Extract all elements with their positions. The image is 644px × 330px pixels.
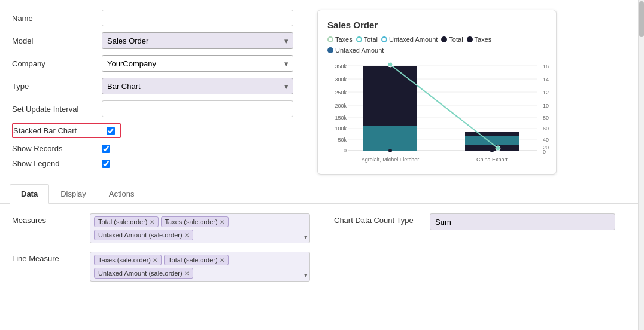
- tab-display[interactable]: Display: [49, 184, 98, 203]
- model-field-wrapper: Sales Order: [102, 32, 305, 49]
- show-legend-checkbox[interactable]: [102, 160, 110, 168]
- type-field-wrapper: Bar Chart: [102, 78, 305, 94]
- scrollbar-thumb[interactable]: [639, 1, 644, 37]
- legend-total-outline-dot: [356, 36, 362, 42]
- legend-taxes-outline-label: Taxes: [335, 36, 353, 43]
- show-legend-label: Show Legend: [12, 159, 102, 168]
- measures-tag-untaxed-remove[interactable]: ✕: [184, 232, 189, 239]
- top-section: Name Model Sales Order Company YourCom: [0, 0, 644, 175]
- svg-text:250k: 250k: [335, 90, 347, 96]
- company-row: Company YourCompany: [12, 55, 305, 72]
- model-select[interactable]: Sales Order: [102, 32, 293, 49]
- legend-taxes-outline: Taxes: [327, 36, 353, 43]
- line-measure-label: Line Measure: [12, 252, 90, 263]
- svg-text:140k: 140k: [543, 77, 549, 82]
- line-measure-tag-total-remove[interactable]: ✕: [220, 257, 224, 264]
- chart-area: 350k 300k 250k 200k 150k 100k 50k 0 160k…: [327, 60, 546, 164]
- type-select[interactable]: Bar Chart: [102, 78, 293, 94]
- type-label: Type: [12, 82, 102, 91]
- bottom-panel: Measures Total (sale.order) ✕ Taxes (sal…: [0, 204, 644, 300]
- line-measure-tag-taxes-remove[interactable]: ✕: [153, 257, 157, 264]
- legend-untaxed-outline: Untaxed Amount: [381, 36, 438, 43]
- company-select[interactable]: YourCompany: [102, 55, 293, 72]
- measures-tag-untaxed: Untaxed Amount (sale.order) ✕: [94, 230, 193, 240]
- svg-text:China Export: China Export: [476, 157, 508, 163]
- model-select-wrapper: Sales Order: [102, 32, 293, 49]
- update-interval-label: Set Update Interval: [12, 105, 102, 114]
- measures-tag-taxes: Taxes (sale.order) ✕: [161, 216, 229, 227]
- line-measure-tag-untaxed-text: Untaxed Amount (sale.order): [98, 270, 183, 277]
- svg-text:100k: 100k: [543, 103, 549, 109]
- svg-text:100k: 100k: [335, 126, 347, 132]
- update-interval-row: Set Update Interval: [12, 100, 305, 117]
- name-field-wrapper: [102, 10, 305, 26]
- line-measure-row: Line Measure Taxes (sale.order) ✕ Total …: [12, 252, 310, 282]
- svg-text:50k: 50k: [338, 137, 347, 143]
- legend-untaxed-outline-dot: [381, 36, 387, 42]
- left-bottom-col: Measures Total (sale.order) ✕ Taxes (sal…: [12, 213, 310, 290]
- chart-title: Sales Order: [327, 20, 546, 30]
- measures-row: Measures Total (sale.order) ✕ Taxes (sal…: [12, 213, 310, 243]
- line-measure-tag-untaxed: Untaxed Amount (sale.order) ✕: [94, 268, 193, 279]
- stacked-bar-row: Stacked Bar Chart: [12, 123, 305, 138]
- stacked-bar-label: Stacked Bar Chart: [13, 126, 103, 135]
- chart-legend: Taxes Total Untaxed Amount Total Taxes U…: [327, 36, 546, 54]
- bar1-untaxed: [363, 126, 417, 151]
- chart-data-count-input[interactable]: [430, 213, 615, 230]
- model-row: Model Sales Order: [12, 32, 305, 49]
- show-records-checkbox[interactable]: [102, 145, 110, 153]
- tabs: Data Display Actions: [0, 184, 644, 204]
- measures-tags: Total (sale.order) ✕ Taxes (sale.order) …: [90, 213, 310, 243]
- legend-untaxed-solid-dot: [327, 47, 333, 53]
- tab-actions[interactable]: Actions: [98, 184, 146, 203]
- bar2-base-dot: [490, 149, 494, 152]
- measures-dropdown-arrow[interactable]: ▾: [304, 233, 308, 241]
- company-field-wrapper: YourCompany: [102, 55, 305, 72]
- legend-taxes-solid-dot: [467, 36, 473, 42]
- scrollbar[interactable]: [638, 0, 644, 330]
- left-form: Name Model Sales Order Company YourCom: [12, 10, 305, 175]
- chart-card: Sales Order Taxes Total Untaxed Amount T…: [317, 10, 557, 175]
- legend-total-solid-dot: [441, 36, 447, 42]
- legend-total-outline-label: Total: [364, 36, 378, 43]
- tab-data[interactable]: Data: [10, 184, 49, 204]
- show-records-label: Show Records: [12, 144, 102, 153]
- right-bottom-col: Chart Data Count Type: [334, 213, 632, 290]
- company-label: Company: [12, 59, 102, 68]
- svg-text:200k: 200k: [335, 103, 347, 109]
- legend-total-solid-label: Total: [449, 36, 463, 43]
- update-interval-input[interactable]: [102, 100, 293, 117]
- legend-taxes-solid-label: Taxes: [475, 36, 492, 43]
- update-interval-field-wrapper: [102, 100, 305, 117]
- line-measure-tag-total-text: Total (sale.order): [168, 256, 218, 264]
- svg-text:80k: 80k: [543, 115, 549, 121]
- chart-data-count-row: Chart Data Count Type: [334, 213, 632, 230]
- line-measure-tag-wrapper: Taxes (sale.order) ✕ Total (sale.order) …: [90, 252, 310, 282]
- line-dot-2: [496, 146, 500, 151]
- line-measure-tag-taxes-text: Taxes (sale.order): [98, 256, 151, 264]
- stacked-bar-checkbox[interactable]: [107, 127, 115, 135]
- show-legend-row: Show Legend: [12, 159, 305, 168]
- company-select-wrapper: YourCompany: [102, 55, 293, 72]
- chart-data-count-wrapper: [430, 213, 632, 230]
- svg-text:Agrolait, Michel Fletcher: Agrolait, Michel Fletcher: [362, 157, 420, 163]
- svg-text:60k: 60k: [543, 126, 549, 132]
- svg-text:40k: 40k: [543, 137, 549, 143]
- chart-svg: 350k 300k 250k 200k 150k 100k 50k 0 160k…: [327, 60, 549, 164]
- measures-tag-total: Total (sale.order) ✕: [94, 216, 159, 227]
- legend-total-solid: Total: [441, 36, 463, 43]
- line-measure-tag-untaxed-remove[interactable]: ✕: [184, 270, 189, 277]
- name-input[interactable]: [102, 10, 293, 26]
- measures-tag-wrapper: Total (sale.order) ✕ Taxes (sale.order) …: [90, 213, 310, 243]
- stacked-bar-highlight: Stacked Bar Chart: [12, 123, 121, 138]
- measures-tag-untaxed-text: Untaxed Amount (sale.order): [98, 231, 183, 239]
- svg-text:120k: 120k: [543, 90, 549, 96]
- line-measure-dropdown-arrow[interactable]: ▾: [304, 271, 308, 279]
- svg-text:160k: 160k: [543, 63, 549, 69]
- legend-taxes-solid: Taxes: [467, 36, 492, 43]
- svg-text:300k: 300k: [335, 77, 347, 82]
- measures-tag-total-remove[interactable]: ✕: [150, 219, 154, 225]
- measures-tag-taxes-text: Taxes (sale.order): [165, 218, 218, 225]
- legend-total-outline: Total: [356, 36, 378, 43]
- measures-tag-taxes-remove[interactable]: ✕: [220, 219, 224, 225]
